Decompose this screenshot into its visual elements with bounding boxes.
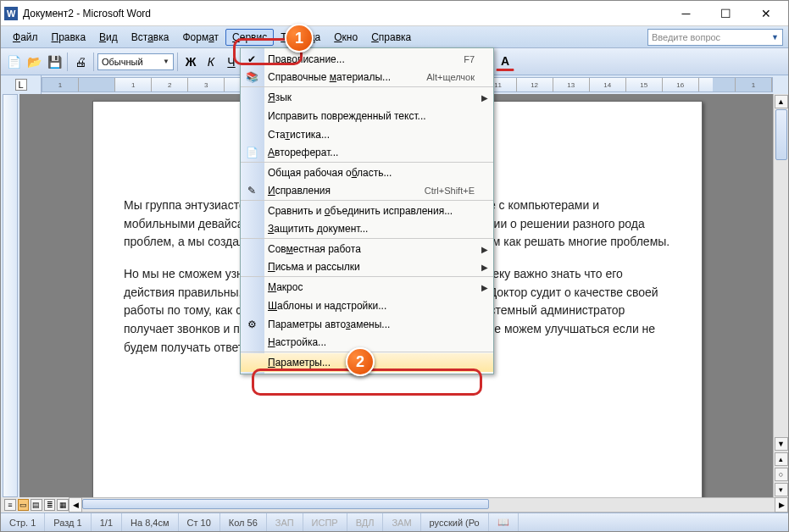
menu-item-icon: ⚙ — [245, 318, 258, 331]
scroll-up-button[interactable]: ▲ — [775, 95, 788, 108]
next-page-button[interactable]: ▾ — [775, 483, 788, 496]
browse-object-button[interactable]: ○ — [775, 468, 788, 481]
hscroll-left-button[interactable]: ◀ — [69, 497, 82, 513]
new-doc-button[interactable]: 📄 — [4, 53, 23, 71]
normal-view-button[interactable]: ≡ — [4, 499, 16, 511]
menu-файл[interactable]: Файл — [6, 29, 45, 46]
ruler-vertical[interactable] — [1, 94, 19, 497]
menu-item-label: Шаблоны и надстройки... — [268, 300, 475, 312]
menuitem-4[interactable]: Статистика... — [241, 125, 493, 144]
menuitem-5[interactable]: 📄Автореферат... — [241, 144, 493, 163]
save-button[interactable]: 💾 — [45, 53, 64, 71]
menuitem-8[interactable]: Сравнить и объединить исправления... — [241, 202, 493, 220]
hscroll-thumb[interactable] — [82, 499, 489, 509]
ruler-tick: 12 — [517, 78, 553, 91]
statusbar: Стр. 1 Разд 1 1/1 На 8,4см Ст 10 Кол 56 … — [1, 513, 788, 531]
status-lang[interactable]: русский (Ро — [421, 513, 489, 531]
maximize-button[interactable]: ☐ — [707, 2, 745, 25]
menuitem-14[interactable]: ⚙Параметры автозамены... — [241, 315, 493, 334]
menu-правка[interactable]: Правка — [45, 29, 93, 46]
print-layout-view-button[interactable]: ▭ — [18, 499, 30, 511]
service-menu-dropdown: ✔Правописание...F7📚Справочные материалы.… — [240, 47, 494, 374]
menu-item-label: Правописание... — [268, 53, 464, 65]
menu-item-label: Сравнить и объединить исправления... — [268, 205, 475, 217]
web-layout-view-button[interactable]: ▤ — [31, 499, 42, 511]
menu-вставка[interactable]: Вставка — [125, 29, 176, 46]
font-color-button[interactable]: A — [496, 53, 514, 71]
menuitem-9[interactable]: Защитить документ... — [241, 220, 493, 239]
scroll-track[interactable] — [775, 109, 788, 436]
italic-button[interactable]: К — [202, 53, 220, 71]
menuitem-11[interactable]: Письма и рассылки▶ — [241, 258, 493, 277]
menu-item-label: Совместная работа — [268, 243, 475, 255]
status-vdl: ВДЛ — [347, 513, 384, 531]
close-button[interactable]: ✕ — [747, 2, 785, 25]
status-book-icon[interactable]: 📖 — [489, 513, 519, 531]
underline-button[interactable]: Ч — [222, 53, 241, 71]
menu-item-icon: 📄 — [245, 146, 258, 159]
menuitem-6[interactable]: Общая рабочая область... — [241, 163, 493, 182]
reading-view-button[interactable]: ▦ — [57, 499, 69, 511]
menu-справка[interactable]: Справка — [364, 29, 418, 46]
ruler-tick: 1 — [736, 78, 772, 91]
outline-view-button[interactable]: ≣ — [44, 499, 56, 511]
ruler-tick: 2 — [152, 78, 188, 91]
ruler-tick: 1 — [42, 78, 79, 91]
help-question-placeholder: Введите вопрос — [652, 32, 720, 42]
prev-page-button[interactable]: ▴ — [775, 452, 788, 466]
menu-item-label: Статистика... — [268, 129, 475, 141]
submenu-arrow-icon: ▶ — [481, 93, 488, 103]
hscroll-right-button[interactable]: ▶ — [775, 497, 788, 513]
menuitem-13[interactable]: Шаблоны и надстройки... — [241, 296, 493, 315]
status-at: На 8,4см — [122, 513, 178, 531]
separator — [177, 53, 178, 71]
menuitem-0[interactable]: ✔Правописание...F7 — [241, 50, 493, 69]
titlebar: W Документ2 - Microsoft Word ─ ☐ ✕ — [1, 1, 788, 26]
menuitem-1[interactable]: 📚Справочные материалы...Alt+щелчок — [241, 69, 493, 87]
menu-сервис[interactable]: Сервис — [225, 29, 274, 46]
ruler-tick: 16 — [663, 78, 699, 91]
separator — [93, 53, 94, 71]
horizontal-scrollbar[interactable] — [82, 497, 775, 513]
vertical-scrollbar[interactable]: ▲ ▼ ▴ ○ ▾ — [773, 94, 788, 497]
menu-item-icon: ✔ — [245, 53, 258, 66]
menu-item-label: Справочные материалы... — [268, 71, 426, 83]
menuitem-2[interactable]: Язык▶ — [241, 88, 493, 107]
scroll-down-button[interactable]: ▼ — [775, 437, 788, 451]
status-line: Ст 10 — [179, 513, 220, 531]
scroll-thumb[interactable] — [775, 109, 787, 160]
open-button[interactable]: 📂 — [25, 53, 43, 71]
bold-button[interactable]: Ж — [181, 53, 200, 71]
ruler-tick: 13 — [553, 78, 590, 91]
menu-формат[interactable]: Формат — [175, 29, 225, 46]
submenu-arrow-icon: ▶ — [481, 245, 488, 254]
menuitem-10[interactable]: Совместная работа▶ — [241, 240, 493, 258]
menu-item-label: Параметры автозамены... — [268, 319, 475, 330]
submenu-arrow-icon: ▶ — [481, 263, 488, 272]
menuitem-3[interactable]: Исправить поврежденный текст... — [241, 107, 493, 125]
chevron-down-icon: ▼ — [163, 58, 169, 65]
style-select-value: Обычный — [102, 57, 143, 67]
menu-вид[interactable]: Вид — [92, 29, 125, 46]
view-mode-buttons: ≡ ▭ ▤ ≣ ▦ — [1, 497, 69, 513]
status-page: Стр. 1 — [1, 513, 45, 531]
help-question-box[interactable]: Введите вопрос▼ — [647, 29, 783, 46]
menubar: ФайлПравкаВидВставкаФорматСервисТаблицаО… — [1, 26, 788, 48]
status-col: Кол 56 — [220, 513, 267, 531]
menuitem-12[interactable]: Макрос▶ — [241, 278, 493, 296]
menuitem-7[interactable]: ✎ИсправленияCtrl+Shift+E — [241, 182, 493, 201]
ruler-corner: L — [1, 75, 42, 94]
menu-item-label: Письма и рассылки — [268, 261, 475, 273]
chevron-down-icon: ▼ — [771, 33, 779, 42]
menu-item-label: Язык — [268, 91, 475, 103]
print-button[interactable]: 🖨 — [71, 53, 90, 71]
menu-окно[interactable]: Окно — [327, 29, 364, 46]
minimize-button[interactable]: ─ — [667, 2, 705, 25]
ruler-tick — [699, 78, 736, 91]
style-select[interactable]: Обычный ▼ — [97, 53, 174, 70]
status-zam: ЗАМ — [383, 513, 420, 531]
word-app-icon: W — [4, 7, 18, 20]
svg-text:W: W — [7, 8, 16, 19]
status-section: Разд 1 — [45, 513, 91, 531]
tab-selector-icon[interactable]: L — [15, 79, 27, 91]
